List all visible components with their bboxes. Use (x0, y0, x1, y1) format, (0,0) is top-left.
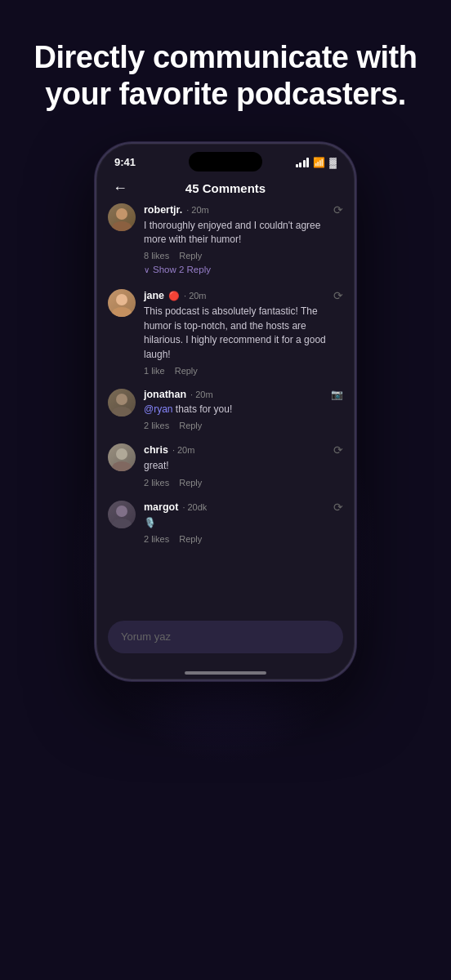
phone-wrapper: 9:41 📶 ▓ ← 45 Comments (95, 142, 356, 980)
svg-point-0 (116, 208, 127, 220)
comment-username: margot (144, 501, 178, 513)
comment-username: jonathan (144, 389, 186, 400)
comment-actions: 1 like Reply (144, 366, 343, 376)
reply-button[interactable]: Reply (179, 251, 202, 261)
comment-actions: 2 likes Reply (144, 421, 343, 430)
comment-header: chris · 20m ⟳ (144, 443, 343, 457)
phone-frame: 9:41 📶 ▓ ← 45 Comments (95, 142, 356, 681)
reply-button[interactable]: Reply (175, 366, 198, 376)
comment-item: robertjr. · 20m ⟳ I thoroughly enjoyed a… (108, 203, 343, 277)
svg-point-3 (112, 307, 132, 317)
svg-point-6 (116, 448, 127, 460)
comment-body: chris · 20m ⟳ great! 2 likes Reply (144, 443, 343, 487)
comment-header: margot · 20dk ⟳ (144, 501, 343, 514)
comment-time: · 20dk (182, 502, 207, 512)
likes-label: 1 like (144, 366, 165, 376)
reply-icon[interactable]: 📷 (331, 389, 343, 400)
chevron-down-icon: ∨ (144, 265, 150, 274)
comment-actions: 8 likes Reply (144, 251, 343, 261)
comment-body: margot · 20dk ⟳ 🎙️ 2 likes Reply (144, 501, 343, 544)
svg-point-9 (112, 519, 132, 528)
comment-input-placeholder: Yorum yaz (121, 630, 171, 643)
comment-body: jane 🔴 · 20m ⟳ This podcast is absolutel… (144, 289, 343, 376)
nav-title: 45 Comments (185, 181, 266, 195)
comment-username: chris (144, 444, 168, 456)
svg-point-7 (112, 461, 132, 471)
reply-icon[interactable]: ⟳ (333, 203, 343, 216)
hero-title: Directly communicate with your favorite … (33, 39, 418, 113)
comment-actions: 2 likes Reply (144, 534, 343, 544)
comment-item: chris · 20m ⟳ great! 2 likes Reply (108, 443, 343, 487)
avatar (108, 203, 136, 231)
back-button[interactable]: ← (113, 180, 127, 197)
svg-point-8 (116, 506, 127, 517)
likes-label: 8 likes (144, 251, 169, 261)
likes-label: 2 likes (144, 478, 169, 488)
mention: @ryan (144, 403, 173, 415)
battery-icon: ▓ (329, 157, 337, 168)
reply-button[interactable]: Reply (179, 534, 202, 544)
status-icons: 📶 ▓ (296, 157, 337, 168)
comment-text: I thoroughly enjoyed and I couldn't agre… (144, 219, 343, 247)
comment-meta: chris · 20m (144, 444, 194, 456)
comment-item: margot · 20dk ⟳ 🎙️ 2 likes Reply (108, 501, 343, 544)
comment-meta: robertjr. · 20m (144, 204, 209, 216)
reply-button[interactable]: Reply (179, 421, 202, 430)
hero-section: Directly communicate with your favorite … (0, 0, 451, 142)
comment-body: jonathan · 20m 📷 @ryan thats for you! 2 … (144, 389, 343, 430)
comment-time: · 20m (184, 291, 207, 301)
comment-text: This podcast is absolutely fantastic! Th… (144, 305, 343, 362)
comment-header: jane 🔴 · 20m ⟳ (144, 289, 343, 302)
wifi-icon: 📶 (313, 157, 325, 168)
comment-header: robertjr. · 20m ⟳ (144, 203, 343, 216)
show-replies[interactable]: ∨ Show 2 Reply (144, 265, 343, 274)
comment-username: jane (144, 290, 164, 301)
reply-icon[interactable]: ⟳ (333, 443, 343, 457)
comment-text: great! (144, 459, 343, 473)
comment-text: 🎙️ (144, 516, 343, 530)
svg-point-1 (112, 221, 132, 231)
comment-meta: jonathan · 20m (144, 389, 213, 400)
comment-item: jane 🔴 · 20m ⟳ This podcast is absolutel… (108, 289, 343, 376)
phone-screen: 9:41 📶 ▓ ← 45 Comments (96, 144, 355, 679)
nav-bar: ← 45 Comments (96, 175, 355, 203)
reply-button[interactable]: Reply (179, 478, 202, 488)
avatar (108, 289, 136, 317)
signal-bar-4 (306, 158, 309, 167)
comment-actions: 2 likes Reply (144, 478, 343, 488)
signal-bar-2 (299, 163, 301, 167)
home-indicator (96, 665, 355, 679)
likes-label: 2 likes (144, 421, 169, 430)
status-time: 9:41 (114, 156, 136, 168)
comment-meta: jane 🔴 · 20m (144, 290, 207, 301)
show-replies-text: Show 2 Reply (153, 265, 211, 274)
dynamic-island (189, 152, 262, 172)
comment-input-bar[interactable]: Yorum yaz (108, 621, 343, 653)
avatar (108, 389, 136, 416)
signal-bar-3 (303, 160, 306, 167)
comment-header: jonathan · 20m 📷 (144, 389, 343, 400)
comments-list: robertjr. · 20m ⟳ I thoroughly enjoyed a… (96, 203, 355, 614)
home-bar (185, 671, 266, 675)
svg-point-4 (116, 394, 127, 405)
comment-time: · 20m (172, 445, 195, 455)
likes-label: 2 likes (144, 534, 169, 544)
reply-icon[interactable]: ⟳ (333, 289, 343, 302)
avatar (108, 501, 136, 528)
svg-point-2 (116, 294, 127, 305)
comment-time: · 20m (190, 390, 213, 399)
comment-text: @ryan thats for you! (144, 403, 343, 416)
comment-username: robertjr. (144, 204, 182, 216)
signal-icon (296, 158, 310, 167)
avatar (108, 443, 136, 471)
comment-body: robertjr. · 20m ⟳ I thoroughly enjoyed a… (144, 203, 343, 277)
comment-meta: margot · 20dk (144, 501, 207, 513)
comment-item: jonathan · 20m 📷 @ryan thats for you! 2 … (108, 389, 343, 430)
verified-badge: 🔴 (168, 291, 180, 301)
reply-icon[interactable]: ⟳ (333, 501, 343, 514)
signal-bar-1 (296, 164, 298, 167)
comment-time: · 20m (186, 205, 209, 215)
svg-point-5 (112, 407, 132, 416)
